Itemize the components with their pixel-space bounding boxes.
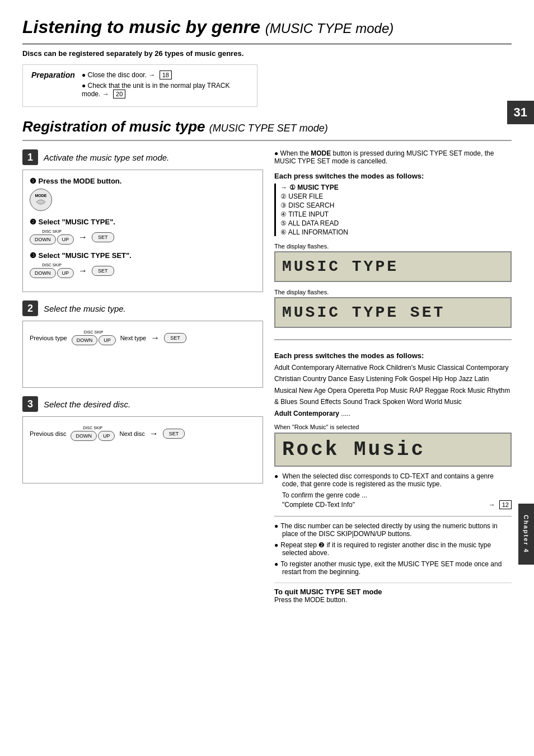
step1-box: ❶ Press the MODE button. MODE ❷ Select "… (22, 170, 263, 292)
when-selected: When "Rock Music" is selected (274, 424, 512, 430)
step2-label: Select the music type. (44, 304, 126, 313)
ref-complete: 12 (499, 500, 512, 509)
section-divider (274, 339, 512, 340)
next-type-label: Next type (120, 335, 146, 341)
down-button-2[interactable]: DOWN (30, 268, 56, 278)
mode-list-item-2: ② USER FILE (280, 192, 512, 200)
mode-list: →① MUSIC TYPE ② USER FILE ③ DISC SEARCH … (274, 184, 512, 236)
display2-section: The display flashes. MUSIC TYPE SET (274, 289, 512, 328)
substep1: ❶ Press the MODE button. MODE (30, 177, 256, 211)
switch-title: Each press switches the modes as follows… (274, 172, 512, 180)
set-button-2[interactable]: SET (92, 266, 114, 276)
prev-disc-label: Previous disc (30, 430, 66, 437)
main-description: Discs can be registered separately by 26… (22, 49, 246, 58)
display3: Rock Music (274, 433, 512, 467)
display1-caption: The display flashes. (274, 243, 512, 250)
bullet-note-1: When the selected disc corresponds to CD… (274, 472, 512, 488)
prep-ref-1: 18 (160, 71, 172, 79)
up-button-1[interactable]: UP (57, 234, 74, 245)
arrow-icon-4: → (149, 429, 158, 439)
prep-step-1: ● Close the disc door. → 18 (82, 71, 249, 79)
confirm-label: To confirm the genre code ... (274, 491, 512, 499)
next-disc-label: Next disc (119, 430, 144, 437)
left-column: 1 Activate the music type set mode. ❶ Pr… (22, 149, 263, 604)
set-button-1[interactable]: SET (92, 232, 114, 242)
quit-title: To quit MUSIC TYPE SET mode (274, 588, 512, 596)
substep3: ❸ Select "MUSIC TYPE SET". DISC SKIP DOW… (30, 251, 256, 278)
display2-caption: The display flashes. (274, 289, 512, 295)
mode-note: ● When the MODE button is pressed during… (274, 149, 512, 165)
step3-section: 3 Select the desired disc. Previous disc… (22, 396, 263, 483)
page-number: 31 (507, 101, 534, 124)
section-title: Registration of music type (MUSIC TYPE S… (22, 118, 512, 141)
substep2-label: ❷ Select "MUSIC TYPE". (30, 218, 256, 226)
step2-header: 2 Select the music type. (22, 300, 263, 316)
up-button-2[interactable]: UP (57, 268, 74, 278)
mode-list-item-6: ⑥ ALL INFORMATION (280, 228, 512, 236)
substep3-label: ❸ Select "MUSIC TYPE SET". (30, 251, 256, 260)
display1-section: The display flashes. MUSIC TYPE (274, 243, 512, 282)
prev-type-label: Previous type (30, 335, 67, 341)
step1-label: Activate the music type set mode. (44, 153, 169, 162)
main-content: 1 Activate the music type set mode. ❶ Pr… (22, 149, 512, 604)
up-button-4[interactable]: UP (98, 431, 115, 441)
down-button-3[interactable]: DOWN (72, 335, 98, 345)
step3-header: 3 Select the desired disc. (22, 396, 263, 412)
preparation-box: Preparation ● Close the disc door. → 18 … (22, 64, 257, 107)
complete-cd-label: "Complete CD-Text Info" (282, 501, 355, 509)
step1-header: 1 Activate the music type set mode. (22, 149, 263, 165)
mode-list-item-3: ③ DISC SEARCH (280, 201, 512, 209)
quit-section: To quit MUSIC TYPE SET mode Press the MO… (274, 583, 512, 604)
step3-num: 3 (22, 396, 38, 412)
step3-controls: Previous disc DISC SKIP DOWN UP Next dis… (30, 426, 256, 441)
arrow-icon-1: → (78, 232, 87, 242)
complete-cd-row: "Complete CD-Text Info" → 12 (274, 500, 512, 509)
mode-button[interactable]: MODE (30, 189, 52, 211)
right-column: ● When the MODE button is pressed during… (274, 149, 512, 604)
prep-label: Preparation (31, 71, 76, 101)
up-button-3[interactable]: UP (99, 335, 116, 345)
prep-ref-2: 20 (113, 90, 125, 98)
prep-content: ● Close the disc door. → 18 ● Check that… (82, 71, 249, 101)
mode-list-item-5: ⑤ ALL DATA READ (280, 219, 512, 227)
mode-list-item-1: →① MUSIC TYPE (280, 184, 512, 191)
step2-num: 2 (22, 300, 38, 316)
switch-title2: Each press switches the modes as follows… (274, 351, 512, 360)
substep2: ❷ Select "MUSIC TYPE". DISC SKIP DOWN UP… (30, 218, 256, 245)
substep2-buttons: DISC SKIP DOWN UP → SET (30, 229, 256, 245)
step3-box: Previous disc DISC SKIP DOWN UP Next dis… (22, 416, 263, 483)
arrow-icon-3: → (151, 333, 160, 343)
genre-list: Adult Contemporary Alternative Rock Chil… (274, 362, 512, 419)
substep1-buttons: MODE (30, 189, 256, 211)
mode-list-item-4: ④ TITLE INPUT (280, 210, 512, 218)
quit-text: Press the MODE button. (274, 596, 512, 604)
substep1-label: ❶ Press the MODE button. (30, 177, 256, 185)
step3-label: Select the desired disc. (44, 400, 130, 409)
step2-box: Previous type DISC SKIP DOWN UP Next typ… (22, 321, 263, 388)
lower-bullet-3: To register another music type, exit the… (274, 560, 512, 576)
prep-step-2: ● Check that the unit is in the normal p… (82, 82, 249, 98)
step1-num: 1 (22, 149, 38, 165)
down-button-1[interactable]: DOWN (30, 234, 56, 245)
set-button-3[interactable]: SET (164, 333, 186, 343)
set-button-4[interactable]: SET (163, 429, 185, 439)
down-button-4[interactable]: DOWN (71, 431, 97, 441)
lower-bullet-1: The disc number can be selected directly… (274, 522, 512, 538)
right-lower: Each press switches the modes as follows… (274, 351, 512, 604)
side-notes: The disc number can be selected directly… (274, 516, 512, 576)
substep3-buttons: DISC SKIP DOWN UP → SET (30, 263, 256, 278)
current-selection: Adult Contemporary (274, 410, 339, 417)
display1: MUSIC TYPE (274, 251, 512, 282)
display2: MUSIC TYPE SET (274, 297, 512, 328)
step2-controls: Previous type DISC SKIP DOWN UP Next typ… (30, 330, 256, 345)
main-title: Listening to music by genre (MUSIC TYPE … (22, 17, 512, 45)
chapter-tab: Chapter 4 (518, 504, 534, 565)
arrow-icon-2: → (78, 266, 87, 276)
lower-bullet-2: Repeat step ❷ if it is required to regis… (274, 541, 512, 557)
